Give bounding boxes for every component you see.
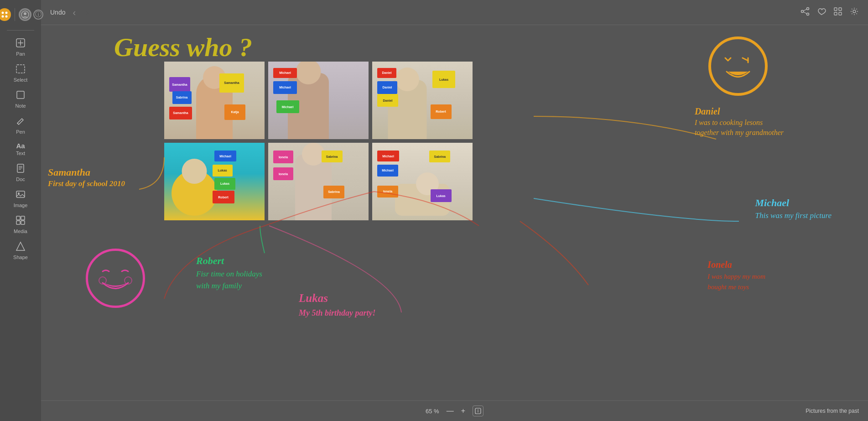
topbar-right [800,7,859,18]
svg-rect-13 [16,191,25,198]
svg-point-29 [853,10,856,13]
svg-point-3 [5,16,7,18]
select-icon [16,64,26,76]
sidebar-tool-image[interactable]: Image [0,186,41,212]
annotation-ionela: Ionela I was happy my mom bought me toys [707,258,765,292]
info-icon[interactable]: ⓘ [33,10,43,20]
svg-rect-26 [839,8,842,10]
svg-point-22 [807,13,809,15]
page-label: Pictures from the past [806,408,859,414]
photo-2[interactable]: Michael Michael Michael [268,62,369,139]
grid-icon[interactable] [833,7,842,18]
shape-label: Shape [13,255,28,260]
note-icon [16,90,26,102]
pen-label: Pen [16,129,25,135]
emoji-orange [708,36,768,96]
bottombar: 65 % — + Pictures from the past [41,400,868,421]
svg-point-0 [1,12,4,14]
app-logo[interactable] [0,8,11,21]
photo-1[interactable]: Samantha Sabrina Samantha Samantha Katja [164,62,265,139]
photo-3[interactable]: Daniel Daniel Daniel Lukas Robert [372,62,473,139]
image-label: Image [14,203,28,208]
photo-5[interactable]: Ionela Sabrina Ionela Sabrina [268,143,369,220]
user-avatar[interactable] [19,8,31,21]
sidebar-tool-select[interactable]: Select [0,60,41,86]
media-icon [16,215,26,228]
sidebar-tool-text[interactable]: Aa Text [0,138,41,160]
canvas-title: Guess who ? [114,32,252,62]
zoom-in-button[interactable]: + [461,407,465,415]
photo-grid: Samantha Sabrina Samantha Samantha Katja… [164,62,473,220]
svg-rect-8 [17,91,24,99]
sidebar-tool-shape[interactable]: Shape [0,238,41,264]
svg-rect-16 [21,216,25,220]
svg-rect-25 [834,8,837,10]
undo-button[interactable]: Undo [50,9,65,16]
image-icon [16,189,26,202]
svg-rect-28 [839,12,842,15]
media-label: Media [14,229,27,234]
svg-rect-18 [21,221,25,224]
nav-back-button[interactable]: ‹ [70,6,78,19]
note-label: Note [15,103,26,109]
sidebar-tool-doc[interactable]: Doc [0,160,41,186]
topbar: Undo ‹ › [41,0,868,25]
svg-point-1 [5,12,7,14]
photo-4[interactable]: Michael Lukas Lukas Robert [164,143,265,220]
topbar-left: Undo ‹ › [50,6,92,19]
doc-label: Doc [16,177,25,182]
annotation-michael: Michael This was my first picture [755,196,832,221]
sidebar-header: ⓘ [0,5,43,26]
annotation-samantha-name: Samantha First day of school 2010 [48,166,125,188]
svg-marker-19 [16,242,25,250]
pan-icon [16,38,26,50]
zoom-info-button[interactable] [473,405,483,416]
share-icon[interactable] [800,7,810,18]
nav-forward-button[interactable]: › [83,6,92,19]
emoji-pink [86,249,145,308]
zoom-level: 65 % [426,408,439,415]
text-icon: Aa [16,142,25,150]
sidebar-tool-note[interactable]: Note [0,86,41,112]
pan-label: Pan [16,51,25,57]
annotation-lukas: Lukas My 5th birthday party! [299,290,376,319]
sidebar-tool-pen[interactable]: Pen [0,112,41,138]
sidebar: ⓘ Pan Select Note [0,0,41,421]
svg-line-24 [803,12,806,14]
doc-icon [16,163,26,176]
svg-rect-15 [16,216,20,220]
svg-point-5 [24,12,26,15]
sidebar-divider [7,30,34,31]
svg-line-30 [743,58,748,61]
canvas: Guess who ? Samantha Sabrina Samantha Sa… [41,25,868,400]
svg-rect-27 [834,12,837,15]
like-icon[interactable] [817,7,826,18]
svg-point-35 [478,410,478,411]
pen-icon [16,116,26,128]
annotation-robert: Robert Fisr time on holidays with my fam… [196,253,262,291]
sidebar-tool-pan[interactable]: Pan [0,34,41,60]
text-label: Text [16,151,25,156]
svg-rect-7 [16,65,25,73]
svg-point-20 [807,7,809,10]
select-label: Select [14,77,28,83]
svg-point-2 [1,16,4,18]
sidebar-tool-media[interactable]: Media [0,212,41,238]
settings-icon[interactable] [850,7,859,18]
photo-6[interactable]: Michael Michael Sabrina Ionela Lukas [372,143,473,220]
svg-point-21 [801,10,804,12]
svg-rect-9 [17,164,24,172]
svg-line-23 [803,9,806,11]
annotation-daniel: Daniel I was to cooking lesons together … [695,105,784,138]
zoom-out-button[interactable]: — [447,407,454,415]
svg-rect-17 [16,221,20,224]
shape-icon [16,241,26,254]
